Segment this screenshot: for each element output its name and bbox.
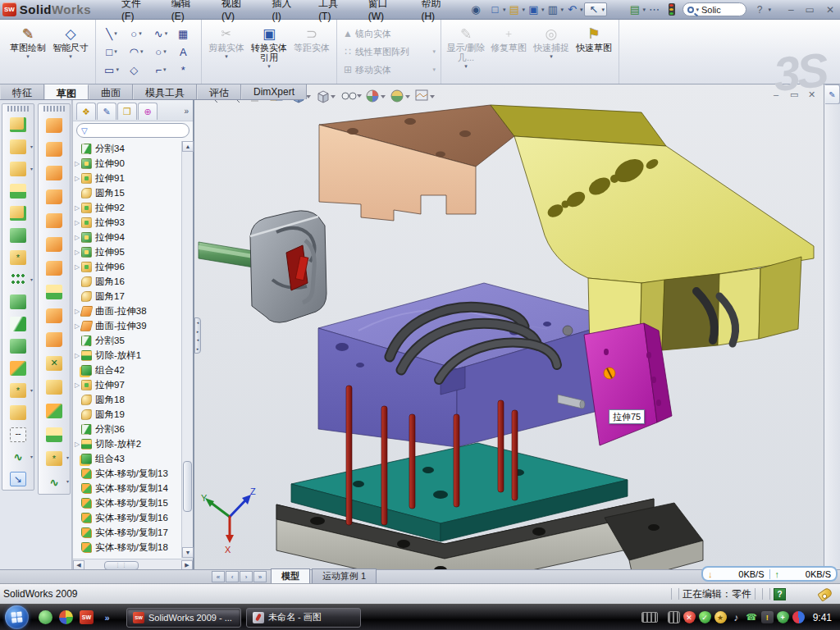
tree-item[interactable]: ▷ 圆角17 (73, 289, 181, 304)
tree-item[interactable]: ▷ 实体-移动/复制13 (73, 466, 181, 481)
feature-tool-button[interactable]: ▾ (39, 422, 70, 446)
feature-tool-button[interactable]: ▾ (39, 232, 70, 256)
feature-tool-button[interactable]: ▾ (2, 357, 34, 379)
ribbon-button[interactable]: 草图绘制 ▾ (7, 22, 49, 81)
tree-item[interactable]: ▷ 实体-移动/复制15 (73, 495, 181, 510)
menu-item[interactable]: 编辑(E) (162, 0, 212, 25)
expand-arrow-icon[interactable]: ▷ (73, 175, 81, 182)
tray-icon[interactable]: ! (761, 611, 774, 623)
feature-tool-button[interactable]: * ▾ (2, 379, 34, 401)
feature-tool-button[interactable]: ▾ (2, 313, 34, 335)
menu-item[interactable]: 帮助(H) (412, 0, 463, 25)
sketch-tool-button[interactable]: ╲ ▾ (99, 25, 124, 43)
menu-item[interactable]: 插入(I) (262, 0, 309, 25)
sketch-tool-button[interactable]: A ▾ (173, 43, 198, 61)
sketch-tool-button[interactable]: ◠ ▾ (124, 43, 148, 61)
panel-tab-icon[interactable]: ⊕ (138, 103, 158, 120)
command-tab[interactable]: 草图 (44, 84, 89, 99)
ribbon-row-button[interactable]: ▲ 镜向实体 ▾ (340, 25, 437, 43)
tree-item[interactable]: ▷ 组合43 (73, 451, 181, 466)
rebuild-traffic-light-icon[interactable] (669, 3, 676, 16)
ribbon-button[interactable]: 智能尺寸 ▾ (49, 22, 92, 81)
tree-item[interactable]: ▷ 分割35 (73, 333, 181, 348)
part-cam-clamp[interactable] (250, 211, 326, 322)
sketch-tool-button[interactable]: ○ ▾ (148, 43, 173, 61)
tree-vertical-scrollbar[interactable]: ▲ ▼ (181, 141, 193, 558)
sketch-tool-button[interactable]: ⌐ ▾ (148, 61, 173, 79)
tree-item[interactable]: ▷ 切除-放样2 (73, 436, 181, 451)
menu-item[interactable]: 工具(T) (309, 0, 359, 25)
feature-tool-button[interactable]: ▾ (39, 208, 70, 232)
sketch-tool-button[interactable]: □ ▾ (99, 43, 124, 61)
ribbon-button[interactable]: 等距实体 ▾ (290, 22, 333, 81)
ribbon-row-button[interactable]: ∷ 线性草图阵列 ▾ (340, 43, 437, 61)
feature-tool-button[interactable]: * ▾ (39, 446, 70, 470)
menu-item[interactable]: 文件(F) (112, 0, 162, 25)
tree-item[interactable]: ▷ 组合42 (73, 363, 181, 377)
feature-tool-button[interactable]: ▾ (39, 399, 70, 422)
tray-icon[interactable] (792, 611, 805, 623)
tree-item[interactable]: ▷ 拉伸91 (73, 171, 181, 185)
expand-arrow-icon[interactable]: ▷ (73, 263, 81, 271)
search-value[interactable]: Solic (701, 5, 721, 15)
expand-arrow-icon[interactable]: ▷ (73, 234, 81, 241)
expand-arrow-icon[interactable]: ▷ (73, 219, 81, 226)
taskbar-clock[interactable]: 9:41 (813, 612, 832, 623)
menu-item[interactable]: 视图(V) (212, 0, 262, 25)
tree-item[interactable]: ▷ 分割36 (73, 422, 181, 436)
search-dropdown-icon[interactable]: ▾ (696, 7, 699, 13)
toolbar-icon[interactable]: ▤ ▾ (628, 3, 646, 16)
feature-tool-button[interactable]: ▾ (39, 280, 70, 304)
sketch-tool-button[interactable]: ▭ ▾ (99, 61, 124, 79)
tray-icon[interactable]: ♪ (730, 611, 742, 623)
feature-tool-button[interactable]: ▾ (39, 304, 70, 327)
toolbar-icon[interactable]: ↶ ▾ (565, 3, 583, 16)
panel-more-icon[interactable]: » (184, 107, 191, 116)
scroll-thumb[interactable]: ⋮⋮ (104, 561, 139, 570)
command-tab[interactable]: 评估 (197, 84, 241, 99)
panel-tab-icon[interactable]: ❖ (76, 103, 96, 120)
panel-tab-icon[interactable]: ❒ (117, 103, 137, 120)
expand-arrow-icon[interactable]: ▷ (73, 381, 81, 389)
feature-tool-button[interactable]: ▾ (2, 290, 34, 313)
taskbar-task-button[interactable]: 未命名 - 画图 (246, 608, 361, 628)
feature-tool-button[interactable]: ▾ (39, 113, 70, 137)
taskbar-task-button[interactable]: SW SolidWorks 2009 - ... (126, 608, 241, 628)
quick-launch-icon[interactable]: » (100, 610, 114, 624)
feature-tool-button[interactable]: ╌ ▾ (2, 423, 34, 445)
ribbon-button[interactable]: 剪裁实体 ▾ (205, 22, 248, 81)
close-button[interactable]: ✕ (820, 4, 840, 16)
feature-tool-button[interactable]: ✕ ▾ (39, 351, 70, 375)
sketch-tool-button[interactable]: * ▾ (173, 61, 198, 79)
expand-arrow-icon[interactable]: ▷ (73, 204, 81, 212)
expand-arrow-icon[interactable]: ▷ (73, 249, 81, 256)
tree-item[interactable]: ▷ 拉伸92 (73, 200, 181, 215)
tree-item[interactable]: ▷ 拉伸90 (73, 156, 181, 171)
feature-tool-button[interactable]: ▾ (39, 137, 70, 161)
tree-item[interactable]: ▷ 实体-移动/复制16 (73, 510, 181, 525)
tree-item[interactable]: ▷ 实体-移动/复制18 (73, 540, 181, 555)
ribbon-button[interactable]: 修复草图 ▾ (487, 22, 530, 81)
expand-arrow-icon[interactable]: ▷ (73, 352, 81, 359)
ribbon-button[interactable]: 快速草图 ▾ (573, 22, 615, 81)
ribbon-row-button[interactable]: ⊞ 移动实体 ▾ (340, 61, 437, 79)
panel-splitter-handle[interactable]: ◂▸◂▸ (194, 317, 201, 354)
ribbon-button[interactable]: 快速捕捉 ▾ (530, 22, 573, 81)
toolbar-icon[interactable]: ◉ ▾ (468, 3, 486, 16)
toolbar-icon[interactable]: □ ▾ (488, 3, 506, 16)
status-tag-icon[interactable] (817, 587, 833, 601)
feature-tool-button[interactable]: ▾ (39, 256, 70, 280)
tree-item[interactable]: ▷ 圆角18 (73, 392, 181, 407)
feature-tool-button[interactable]: ↘ ▾ (2, 468, 34, 490)
tree-item[interactable]: ▷ 曲面-拉伸38 (73, 304, 181, 318)
feature-tool-button[interactable]: ▾ (2, 268, 34, 290)
toolbar-icon[interactable]: ⋯ ▾ (647, 3, 665, 16)
tree-item[interactable]: ▷ 圆角15 (73, 185, 181, 200)
tray-icon[interactable]: ✓ (699, 611, 711, 623)
toolbar-icon[interactable]: ▥ ▾ (546, 3, 564, 16)
ribbon-button[interactable]: 转换实体引用 ▾ (248, 22, 290, 81)
part-top-clamp-plate[interactable] (319, 105, 514, 221)
feature-tool-button[interactable]: ▾ (39, 185, 70, 208)
tray-icon[interactable]: ☎ (746, 611, 758, 623)
feature-tool-button[interactable]: ▾ (39, 375, 70, 399)
